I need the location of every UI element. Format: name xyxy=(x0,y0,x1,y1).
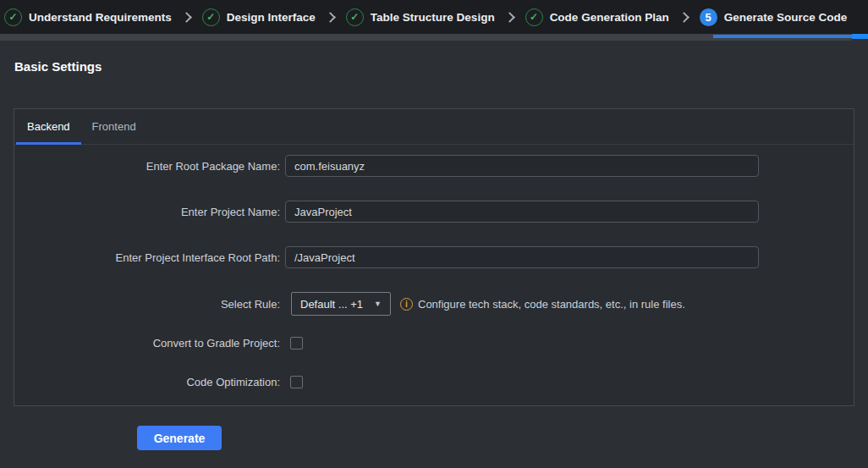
stepper-step-table-structure-design[interactable]: ✓ Table Structure Design xyxy=(346,8,495,26)
tab-frontend[interactable]: Frontend xyxy=(81,109,147,144)
tab-bar: Backend Frontend xyxy=(14,109,854,145)
gradle-label: Convert to Gradle Project: xyxy=(14,337,280,350)
step-label: Table Structure Design xyxy=(371,11,495,24)
stepper-step-generate-source-code[interactable]: 5 Generate Source Code xyxy=(700,8,848,26)
form-row-project-name: Enter Project Name: xyxy=(14,201,854,223)
project-name-label: Enter Project Name: xyxy=(14,206,280,218)
rule-select[interactable]: Default ... +1 ▼ xyxy=(291,292,391,316)
code-optimization-label: Code Optimization: xyxy=(14,376,280,388)
active-step-indicator-end xyxy=(852,34,868,39)
form-row-root-package: Enter Root Package Name: xyxy=(14,155,854,177)
form-row-code-optimization: Code Optimization: xyxy=(14,375,854,388)
check-circle-icon: ✓ xyxy=(525,8,543,26)
form-row-select-rule: Select Rule: Default ... +1 ▼ i Configur… xyxy=(14,292,854,316)
tab-backend[interactable]: Backend xyxy=(16,109,81,144)
check-circle-icon: ✓ xyxy=(346,8,364,26)
step-number-badge: 5 xyxy=(700,8,717,26)
stepper-step-code-generation-plan[interactable]: ✓ Code Generation Plan xyxy=(525,8,669,26)
active-step-indicator xyxy=(713,35,852,38)
stepper-bar: ✓ Understand Requirements ✓ Design Inter… xyxy=(0,0,868,34)
code-optimization-checkbox[interactable] xyxy=(290,376,303,388)
chevron-right-icon xyxy=(504,12,515,23)
page-title: Basic Settings xyxy=(14,59,102,74)
select-rule-label: Select Rule: xyxy=(14,298,280,311)
root-package-label: Enter Root Package Name: xyxy=(14,160,280,173)
chevron-right-icon xyxy=(678,12,689,23)
root-package-input[interactable] xyxy=(285,155,759,177)
warning-info-icon: i xyxy=(400,298,413,311)
step-label: Code Generation Plan xyxy=(550,11,669,24)
form-row-interface-root-path: Enter Project Interface Root Path: xyxy=(14,246,854,268)
interface-root-path-input[interactable] xyxy=(285,246,759,268)
caret-down-icon: ▼ xyxy=(374,300,382,308)
rule-select-value: Default ... +1 xyxy=(300,298,363,311)
step-label: Design Interface xyxy=(227,11,316,24)
backend-settings-form: Enter Root Package Name: Enter Project N… xyxy=(14,145,854,388)
stepper-step-design-interface[interactable]: ✓ Design Interface xyxy=(202,8,316,26)
rule-hint: i Configure tech stack, code standards, … xyxy=(400,298,685,311)
chevron-right-icon xyxy=(325,12,336,23)
chevron-right-icon xyxy=(181,12,192,23)
step-label: Generate Source Code xyxy=(724,11,848,24)
settings-panel: Backend Frontend Enter Root Package Name… xyxy=(14,108,854,406)
interface-root-path-label: Enter Project Interface Root Path: xyxy=(14,251,280,264)
form-row-gradle: Convert to Gradle Project: xyxy=(14,336,854,350)
step-label: Understand Requirements xyxy=(29,11,172,24)
gradle-checkbox[interactable] xyxy=(290,337,303,350)
rule-hint-text: Configure tech stack, code standards, et… xyxy=(418,298,685,311)
check-circle-icon: ✓ xyxy=(202,8,220,26)
project-name-input[interactable] xyxy=(285,201,759,223)
stepper-step-understand-requirements[interactable]: ✓ Understand Requirements xyxy=(4,8,172,26)
check-circle-icon: ✓ xyxy=(4,8,22,26)
generate-button[interactable]: Generate xyxy=(137,426,222,450)
